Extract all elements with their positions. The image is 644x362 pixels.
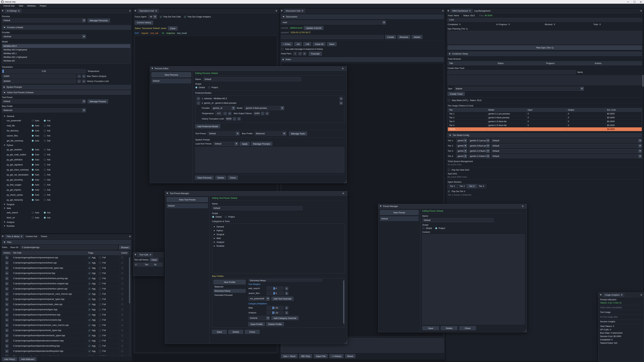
apply-button[interactable]: Apply (240, 142, 250, 146)
pe-maxout-minus[interactable]: - (261, 112, 264, 115)
agg-checkbox[interactable] (88, 355, 91, 356)
full-checkbox[interactable] (99, 277, 101, 280)
create-track-button[interactable]: Create Track (448, 92, 465, 96)
step-mode-checkbox[interactable] (448, 99, 450, 102)
delete-discussion-button[interactable]: Delete (412, 35, 422, 39)
ask-radio[interactable] (44, 189, 46, 191)
add-wildcard-button[interactable]: Add Wildcard (19, 357, 36, 361)
stream-tab[interactable]: Tier 2 (457, 184, 467, 188)
tool-group-label[interactable]: Python (7, 144, 13, 146)
minus-all-button[interactable]: -All (294, 42, 302, 46)
preset-content-textarea[interactable] (422, 234, 524, 325)
scope-global-radio[interactable] (212, 216, 214, 218)
preset-list-item[interactable]: Default (380, 216, 418, 221)
profile-list-item[interactable]: Execution-Focused (214, 293, 246, 297)
resize-grip[interactable] (344, 341, 347, 344)
pe-hist-minus[interactable]: - (233, 117, 236, 120)
chevron-down-icon[interactable] (4, 208, 5, 209)
category-row[interactable]: Python (212, 229, 345, 232)
pe-temp-input[interactable]: -0.0 (215, 111, 222, 115)
pe-maxout-input[interactable]: 32000 (254, 111, 260, 115)
tier-model-select[interactable]: gemini-3-flash-preview (468, 144, 490, 148)
close-tool-preset-button[interactable]: Close (245, 330, 260, 334)
ask-radio[interactable] (44, 124, 46, 127)
close-icon[interactable] (342, 193, 344, 194)
create-discussion-button[interactable]: Create (385, 35, 396, 39)
popout-tool-calls-checkbox[interactable] (160, 15, 162, 18)
auto-radio[interactable] (32, 212, 34, 214)
remove-file-button[interactable]: x (5, 313, 8, 317)
manage-tools-button[interactable]: Manage Tools (289, 132, 307, 136)
remove-model-2-button[interactable]: x (340, 101, 343, 105)
agg-checkbox[interactable] (88, 277, 91, 280)
category-row[interactable]: Web (212, 236, 345, 240)
new-persona-button[interactable]: New Persona (152, 72, 191, 77)
profile-name-input[interactable]: Discovery-Heavy (248, 279, 322, 282)
tier-model-config-header[interactable]: Tier Model Config (448, 133, 642, 137)
keep-pairs-minus-button[interactable]: - (298, 52, 302, 55)
agg-checkbox[interactable] (88, 298, 91, 301)
close-icon[interactable] (302, 10, 303, 11)
dock-icon[interactable] (446, 8, 450, 13)
agg-checkbox[interactable] (88, 267, 91, 269)
close-icon[interactable] (522, 205, 524, 207)
keep-pairs-plus-button[interactable]: + (303, 52, 306, 55)
active-presets-header[interactable]: Active Tool Presets & Biases (2, 90, 131, 95)
window-close-icon[interactable] (640, 294, 642, 296)
browse-button[interactable]: Browse (119, 245, 131, 249)
auto-radio[interactable] (32, 124, 34, 127)
weight-slider[interactable]: 4 (267, 287, 284, 290)
auto-radio[interactable] (32, 148, 34, 151)
agg-checkbox[interactable] (88, 282, 91, 285)
max-tokens-plus-button[interactable]: + (82, 75, 86, 78)
dock-icon[interactable] (0, 8, 5, 13)
tier-preset-select[interactable]: Default (491, 144, 642, 148)
agg-checkbox[interactable] (88, 329, 91, 332)
panel-close-icon[interactable] (442, 10, 444, 11)
remove-file-button[interactable]: x (5, 282, 8, 285)
stream-tab[interactable]: Tier 1 (448, 184, 457, 188)
remove-file-button[interactable]: x (5, 339, 8, 343)
full-checkbox[interactable] (99, 314, 101, 316)
remove-file-button[interactable]: x (5, 292, 8, 296)
save-profile-button[interactable]: Save Profile (248, 322, 265, 326)
tab-context-hub[interactable]: Context Hub (24, 234, 39, 239)
scope-project-radio[interactable] (208, 86, 210, 89)
multiplier-slider[interactable]: 1.5x (267, 306, 284, 310)
new-tool-preset-button[interactable]: New Tool Preset (166, 197, 208, 202)
composer-button[interactable]: -> History (330, 354, 343, 358)
tier-provider-select[interactable]: gemini (456, 139, 467, 143)
remove-file-button[interactable]: x (5, 344, 8, 348)
roles-header[interactable]: Roles (281, 57, 444, 62)
temperature-slider[interactable]: 0.00 (2, 69, 86, 73)
save-persona-button[interactable]: Save Persona (195, 176, 214, 180)
remove-file-button[interactable]: x (5, 308, 8, 311)
tier-provider-select[interactable]: gemini (456, 154, 467, 158)
ask-radio[interactable] (44, 153, 46, 156)
keep-pairs-input[interactable]: 2 (293, 52, 297, 56)
full-checkbox[interactable] (99, 288, 101, 290)
agg-checkbox[interactable] (88, 324, 91, 327)
full-checkbox[interactable] (99, 267, 101, 269)
clear-tool-calls-button[interactable]: Clear (150, 258, 158, 262)
save-discussion-button[interactable]: Save (327, 42, 336, 46)
tier-preset-select[interactable]: Default (491, 149, 642, 153)
ask-radio[interactable] (44, 148, 46, 151)
new-profile-button[interactable]: New Profile (214, 280, 246, 284)
tier-provider-select[interactable]: gemini (456, 149, 467, 153)
ask-radio[interactable] (44, 130, 46, 132)
auto-radio[interactable] (32, 199, 34, 201)
tool-group-label[interactable]: Runtime (7, 225, 14, 227)
auto-radio[interactable] (32, 179, 34, 181)
full-checkbox[interactable] (99, 340, 101, 342)
scope-global-radio[interactable] (422, 227, 425, 229)
pe-maxout-plus[interactable]: + (266, 112, 269, 115)
ask-radio[interactable] (44, 194, 46, 196)
popout-usage-checkbox[interactable] (184, 15, 186, 18)
persona-select[interactable]: Default (2, 18, 86, 22)
new-preset-button[interactable]: New Preset (380, 210, 418, 215)
profile-list-item[interactable]: Discovery-Heavy (214, 289, 246, 293)
ask-radio[interactable] (44, 119, 46, 122)
add-category-override-button[interactable]: Add Category Override (271, 316, 298, 320)
model-up-button[interactable]: + (197, 97, 200, 100)
